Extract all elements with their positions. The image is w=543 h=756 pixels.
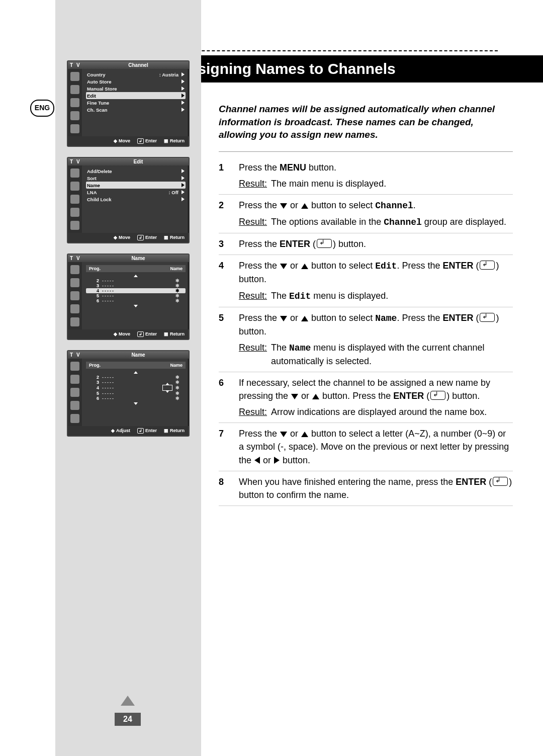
prog-row: 3-----✱ [86, 380, 186, 385]
osd-foot-enter: Enter [137, 331, 157, 337]
osd-menu-item: Name [86, 182, 186, 189]
result-text: The Edit menu is displayed. [271, 289, 388, 303]
step: 2Press the or button to select Channel.R… [219, 195, 513, 233]
osd-foot-return: Return [164, 138, 185, 144]
step-number: 2 [219, 199, 239, 229]
result-text: Arrow indications are displayed around t… [271, 405, 487, 418]
result-label: Result: [239, 341, 267, 368]
prog-row: 5-----✱ [86, 391, 186, 396]
up-arrow-icon [312, 394, 319, 399]
up-arrow-icon [301, 203, 308, 209]
osd-menu-item: Auto Store [86, 78, 186, 85]
osd-menu-item: Edit [86, 92, 186, 99]
osd-menu-item: LNA: Off [86, 189, 186, 196]
up-arrow-icon [301, 432, 308, 437]
osd-foot-move: Move [114, 331, 130, 337]
separator [219, 151, 513, 152]
screenshot-gutter: T V Channel Country: AustriaAuto StoreMa… [55, 0, 201, 756]
chevron-right-icon [182, 72, 185, 77]
enter-icon [430, 391, 445, 400]
step-number: 6 [219, 376, 239, 418]
osd-title: Name [90, 256, 187, 261]
scroll-up-icon [86, 273, 186, 278]
page-arrow-icon [121, 696, 135, 706]
chevron-right-icon [182, 197, 185, 202]
osd-title: Channel [90, 62, 187, 68]
step-body: Press the MENU button.Result:The main me… [239, 161, 513, 190]
page-title: Assigning Names to Channels [168, 55, 543, 82]
step-body: Press the or button to select Channel.Re… [239, 199, 513, 229]
step-number: 8 [219, 475, 239, 501]
osd-edit-menu: T V Edit Add/DeleteSortNameLNA: OffChild… [67, 157, 190, 243]
osd-tv-label: T V [70, 159, 90, 164]
osd-title: Name [90, 352, 187, 358]
osd-title: Edit [90, 159, 187, 164]
step-number: 5 [219, 311, 239, 368]
osd-menu-item: Child Lock [86, 196, 186, 203]
osd-menu-item: Add/Delete [86, 167, 186, 175]
down-arrow-icon [280, 203, 287, 209]
chevron-right-icon [182, 93, 185, 99]
step-number: 3 [219, 237, 239, 250]
down-arrow-icon [280, 316, 287, 321]
step: 1Press the MENU button.Result:The main m… [219, 157, 513, 195]
chevron-right-icon [182, 176, 185, 181]
up-arrow-icon [301, 316, 308, 321]
result-label: Result: [239, 177, 267, 190]
step-body: Press the ENTER () button. [239, 237, 513, 250]
prog-row: 2-----✱ [86, 375, 186, 380]
scroll-down-icon [86, 401, 186, 406]
osd-foot-enter: Enter [137, 138, 157, 144]
chevron-right-icon [182, 183, 185, 188]
osd-menu-item: Manual Store [86, 85, 186, 92]
result-text: The main menu is displayed. [271, 177, 386, 190]
prog-row: 6-----✱ [86, 396, 186, 401]
osd-menu-item: Fine Tune [86, 99, 186, 106]
result-label: Result: [239, 405, 267, 418]
language-badge: ENG [30, 100, 54, 117]
chevron-right-icon [182, 100, 185, 106]
osd-tv-label: T V [70, 62, 90, 68]
prog-row: 4-----✱ [86, 385, 186, 391]
prog-row: 6-----✱ [86, 298, 186, 303]
down-arrow-icon [280, 264, 287, 269]
osd-foot-enter: Enter [137, 235, 157, 240]
osd-tv-label: T V [70, 352, 90, 358]
enter-icon [317, 239, 332, 248]
chevron-right-icon [182, 79, 185, 85]
osd-foot-return: Return [164, 331, 185, 337]
step-list: 1Press the MENU button.Result:The main m… [219, 157, 513, 506]
chevron-right-icon [182, 86, 185, 92]
scroll-down-icon [86, 303, 186, 308]
osd-channel-menu: T V Channel Country: AustriaAuto StoreMa… [67, 60, 190, 147]
osd-foot-move: Move [114, 235, 130, 240]
osd-menu-item: Ch. Scan [86, 106, 186, 113]
prog-row: 4-----✱ [86, 288, 186, 293]
step-body: Press the or button to select Name. Pres… [239, 311, 513, 368]
step: 3Press the ENTER () button. [219, 233, 513, 255]
osd-name-list: T V Name Prog.Name2-----✱3-----✱4-----✱5… [67, 254, 190, 340]
down-arrow-icon [280, 432, 287, 437]
step-body: If necessary, select the channel to be a… [239, 376, 513, 418]
prog-row: 5-----✱ [86, 293, 186, 298]
osd-menu-item: Sort [86, 175, 186, 182]
osd-foot-return: Return [164, 428, 185, 434]
result-text: The options available in the Channel gro… [271, 215, 506, 229]
step: 5Press the or button to select Name. Pre… [219, 307, 513, 372]
name-edit-box [162, 385, 172, 391]
osd-tv-label: T V [70, 256, 90, 261]
step-body: Press the or button to select a letter (… [239, 427, 513, 466]
page-number: 24 [115, 713, 141, 726]
osd-foot-return: Return [164, 235, 185, 240]
right-arrow-icon [274, 457, 280, 464]
step-body: When you have finished entering the name… [239, 475, 513, 501]
down-arrow-icon [291, 394, 298, 399]
enter-icon [480, 261, 495, 270]
prog-row: 2-----✱ [86, 278, 186, 283]
step: 8When you have finished entering the nam… [219, 471, 513, 506]
enter-icon [493, 477, 508, 486]
left-arrow-icon [254, 457, 260, 464]
osd-name-edit: T V Name Prog.Name2-----✱3-----✱4-----✱5… [67, 350, 190, 437]
osd-menu-item: Country: Austria [86, 71, 186, 78]
up-arrow-icon [301, 264, 308, 269]
